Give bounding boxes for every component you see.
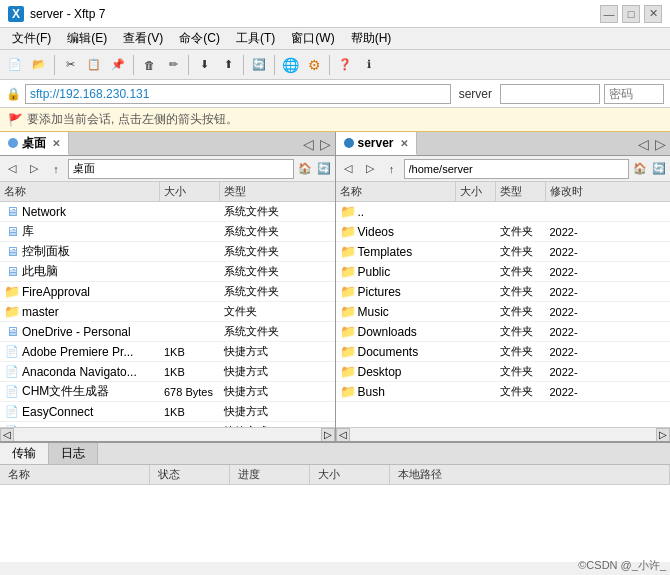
- right-col-size[interactable]: 大小: [456, 182, 496, 201]
- folder-icon: 📁: [340, 325, 356, 339]
- delete-button[interactable]: 🗑: [138, 54, 160, 76]
- right-col-name[interactable]: 名称: [336, 182, 456, 201]
- rename-button[interactable]: ✏: [162, 54, 184, 76]
- paste-button[interactable]: 📌: [107, 54, 129, 76]
- left-col-name[interactable]: 名称: [0, 182, 160, 201]
- sync-button[interactable]: 🔄: [248, 54, 270, 76]
- table-row[interactable]: 📁 Templates 文件夹 2022-: [336, 242, 671, 262]
- close-button[interactable]: ✕: [644, 5, 662, 23]
- folder-icon: 📁: [340, 345, 356, 359]
- file-name: Network: [22, 205, 66, 219]
- right-tab-close[interactable]: ✕: [400, 138, 408, 149]
- right-path-input[interactable]: [404, 159, 630, 179]
- menu-command[interactable]: 命令(C): [171, 28, 228, 49]
- info-button[interactable]: ℹ: [358, 54, 380, 76]
- left-refresh-icon[interactable]: 🔄: [315, 160, 333, 178]
- help-button[interactable]: ❓: [334, 54, 356, 76]
- left-scroll-left[interactable]: ◁: [0, 428, 14, 442]
- right-scroll-left[interactable]: ◁: [336, 428, 350, 442]
- special-icon: 🖥: [6, 264, 19, 279]
- right-panel-scrollbar[interactable]: ◁ ▷: [336, 427, 671, 441]
- right-nav-next[interactable]: ▷: [653, 136, 668, 152]
- right-col-type[interactable]: 类型: [496, 182, 546, 201]
- table-row[interactable]: 📄 Adobe Premiere Pr... 1KB 快捷方式: [0, 342, 335, 362]
- left-nav-prev[interactable]: ◁: [301, 136, 316, 152]
- upload-button[interactable]: ⬆: [217, 54, 239, 76]
- menu-file[interactable]: 文件(F): [4, 28, 59, 49]
- menu-edit[interactable]: 编辑(E): [59, 28, 115, 49]
- table-row[interactable]: 📁 master 文件夹: [0, 302, 335, 322]
- file-type: 快捷方式: [220, 364, 335, 379]
- left-forward-button[interactable]: ▷: [24, 159, 44, 179]
- menu-help[interactable]: 帮助(H): [343, 28, 400, 49]
- table-row[interactable]: 📁 FireApproval 系统文件夹: [0, 282, 335, 302]
- right-back-button[interactable]: ◁: [338, 159, 358, 179]
- folder-icon: 📁: [340, 385, 356, 399]
- window-controls[interactable]: — □ ✕: [600, 5, 662, 23]
- table-row[interactable]: 📁 Pictures 文件夹 2022-: [336, 282, 671, 302]
- new-session-button[interactable]: 📄: [4, 54, 26, 76]
- left-path-input[interactable]: [68, 159, 294, 179]
- left-file-list[interactable]: 名称 大小 类型 🖥 Network 系统文件夹 🖥 库 系统文件夹 🖥 控制面…: [0, 182, 335, 427]
- table-row[interactable]: 📁 Videos 文件夹 2022-: [336, 222, 671, 242]
- server-input[interactable]: [500, 84, 600, 104]
- table-row[interactable]: 📁 Public 文件夹 2022-: [336, 262, 671, 282]
- left-panel-scrollbar[interactable]: ◁ ▷: [0, 427, 335, 441]
- left-up-button[interactable]: ↑: [46, 159, 66, 179]
- table-row[interactable]: 📄 EasyConnect 1KB 快捷方式: [0, 402, 335, 422]
- table-row[interactable]: 📁 Music 文件夹 2022-: [336, 302, 671, 322]
- menu-view[interactable]: 查看(V): [115, 28, 171, 49]
- table-row[interactable]: 📄 Anaconda Navigato... 1KB 快捷方式: [0, 362, 335, 382]
- table-row[interactable]: 🖥 OneDrive - Personal 系统文件夹: [0, 322, 335, 342]
- transfer-tab-log[interactable]: 日志: [49, 443, 98, 464]
- table-row[interactable]: 📁 ..: [336, 202, 671, 222]
- left-tab-desktop[interactable]: 桌面 ✕: [0, 132, 69, 155]
- transfer-tab-transfer[interactable]: 传输: [0, 443, 49, 464]
- left-col-type[interactable]: 类型: [220, 182, 335, 201]
- right-tab-server[interactable]: server ✕: [336, 132, 417, 155]
- address-input[interactable]: [25, 84, 451, 104]
- right-up-button[interactable]: ↑: [382, 159, 402, 179]
- globe-button[interactable]: 🌐: [279, 54, 301, 76]
- file-date: 2022-: [546, 226, 671, 238]
- left-scroll-track[interactable]: [14, 428, 321, 442]
- left-scroll-right[interactable]: ▷: [321, 428, 335, 442]
- table-row[interactable]: 📁 Downloads 文件夹 2022-: [336, 322, 671, 342]
- left-home-icon[interactable]: 🏠: [296, 160, 314, 178]
- download-button[interactable]: ⬇: [193, 54, 215, 76]
- open-button[interactable]: 📂: [28, 54, 50, 76]
- minimize-button[interactable]: —: [600, 5, 618, 23]
- right-col-date[interactable]: 修改时: [546, 182, 671, 201]
- table-row[interactable]: 🖥 此电脑 系统文件夹: [0, 262, 335, 282]
- table-row[interactable]: 📁 Desktop 文件夹 2022-: [336, 362, 671, 382]
- table-row[interactable]: 📄 CHM文件生成器 678 Bytes 快捷方式: [0, 382, 335, 402]
- maximize-button[interactable]: □: [622, 5, 640, 23]
- table-row[interactable]: 📁 Bush 文件夹 2022-: [336, 382, 671, 402]
- password-input[interactable]: [604, 84, 664, 104]
- right-nav-prev[interactable]: ◁: [636, 136, 651, 152]
- left-tab-close[interactable]: ✕: [52, 138, 60, 149]
- right-forward-button[interactable]: ▷: [360, 159, 380, 179]
- file-name: OneDrive - Personal: [22, 325, 131, 339]
- copy-button[interactable]: 📋: [83, 54, 105, 76]
- transfer-area: 传输 日志 名称 状态 进度 大小 本地路径: [0, 442, 670, 562]
- table-row[interactable]: 🖥 Network 系统文件夹: [0, 202, 335, 222]
- right-refresh-icon[interactable]: 🔄: [650, 160, 668, 178]
- folder-icon: 📁: [340, 285, 356, 299]
- right-home-icon[interactable]: 🏠: [631, 160, 649, 178]
- left-back-button[interactable]: ◁: [2, 159, 22, 179]
- menu-tools[interactable]: 工具(T): [228, 28, 283, 49]
- right-file-list[interactable]: 名称 大小 类型 修改时 📁 .. 📁 Videos 文件夹 2022- 📁 T…: [336, 182, 671, 427]
- menu-window[interactable]: 窗口(W): [283, 28, 342, 49]
- table-row[interactable]: 🖥 库 系统文件夹: [0, 222, 335, 242]
- right-scroll-track[interactable]: [350, 428, 657, 442]
- settings-button[interactable]: ⚙: [303, 54, 325, 76]
- folder-icon: 📁: [340, 245, 356, 259]
- table-row[interactable]: 📁 Documents 文件夹 2022-: [336, 342, 671, 362]
- cut-button[interactable]: ✂: [59, 54, 81, 76]
- table-row[interactable]: 🖥 控制面板 系统文件夹: [0, 242, 335, 262]
- right-scroll-right[interactable]: ▷: [656, 428, 670, 442]
- left-nav-next[interactable]: ▷: [318, 136, 333, 152]
- transfer-table: 名称 状态 进度 大小 本地路径: [0, 465, 670, 562]
- left-col-size[interactable]: 大小: [160, 182, 220, 201]
